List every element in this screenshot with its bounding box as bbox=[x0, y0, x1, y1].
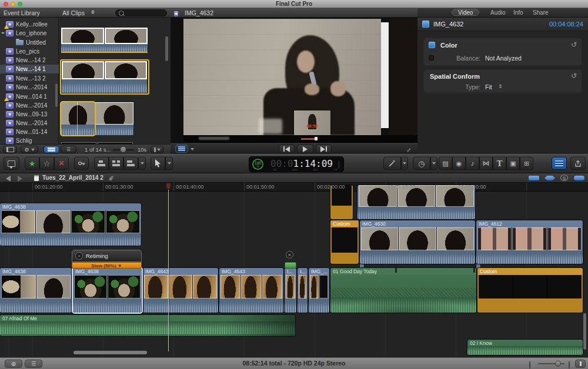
share-button[interactable] bbox=[570, 157, 586, 170]
timeline-back-icon[interactable] bbox=[6, 176, 11, 182]
insert-edit-button[interactable] bbox=[109, 157, 123, 170]
clip-thumbnail[interactable] bbox=[95, 102, 133, 125]
search-field[interactable] bbox=[115, 9, 167, 16]
clip-thumbnail[interactable] bbox=[105, 28, 148, 44]
timeline-clip-custom-b[interactable]: Custom bbox=[477, 268, 583, 313]
tab-share[interactable]: Share bbox=[533, 9, 549, 16]
zoom-slider-knob[interactable] bbox=[555, 361, 561, 367]
sidebar-item-new-2014-b[interactable]: ★New...-2014 bbox=[0, 101, 59, 110]
retime-chevron[interactable] bbox=[430, 157, 437, 170]
sidebar-item-untitled[interactable]: Untitled bbox=[0, 38, 59, 47]
action-menu-button[interactable]: ⚙ bbox=[21, 146, 38, 153]
timeline-vertical-scrollbar[interactable] bbox=[583, 313, 586, 350]
next-frame-button[interactable] bbox=[316, 145, 332, 153]
sidebar-item-new-14-1-selected[interactable]: ★New...-14 1 bbox=[0, 65, 59, 73]
timeline-clip-img4630[interactable]: IMG_4630 bbox=[360, 220, 475, 264]
type-value[interactable]: Fit bbox=[485, 83, 492, 90]
sidebar-toggle-button[interactable] bbox=[3, 146, 17, 153]
close-icon[interactable]: × bbox=[286, 251, 293, 259]
timeline-clip-good-day[interactable]: 01 Good Day Today bbox=[330, 268, 476, 313]
clip-filter-stepper-icon[interactable] bbox=[91, 10, 95, 14]
enhancements-button[interactable] bbox=[383, 157, 401, 170]
clip-filter-popup[interactable]: All Clips bbox=[62, 9, 85, 16]
chevron-down-icon[interactable] bbox=[191, 148, 194, 150]
tool-menu-chevron[interactable] bbox=[165, 157, 173, 170]
timeline-clip-img4612[interactable]: IMG_4612 bbox=[476, 220, 583, 264]
disclosure-triangle-icon[interactable] bbox=[1, 32, 5, 34]
zoom-window-button[interactable] bbox=[18, 2, 22, 6]
sidebar-scrollbar[interactable] bbox=[55, 83, 58, 107]
music-browser-button[interactable]: ♪ bbox=[466, 157, 479, 170]
timeline-clip-custom-a[interactable]: Custom bbox=[330, 220, 359, 264]
minimize-window-button[interactable] bbox=[11, 2, 15, 6]
timeline-forward-icon[interactable] bbox=[18, 176, 22, 182]
connect-edit-button[interactable] bbox=[94, 157, 109, 170]
clip-appearance-button[interactable] bbox=[575, 360, 586, 368]
sidebar-item-new-09-13[interactable]: ★New...09-13 bbox=[0, 110, 59, 119]
sidebar-item-new-014-1[interactable]: ★New...014 1 bbox=[0, 92, 59, 101]
favorite-button[interactable]: ★ bbox=[25, 157, 39, 170]
timeline-clip-primary-1-selected[interactable]: IMG_4638 bbox=[73, 268, 142, 313]
retime-button[interactable]: ◷ bbox=[413, 157, 430, 170]
generators-browser-button[interactable]: ▣ bbox=[506, 157, 520, 170]
solo-toggle-icon[interactable]: S bbox=[560, 175, 568, 181]
play-button[interactable] bbox=[297, 145, 313, 153]
fullscreen-icon[interactable]: ↔ bbox=[403, 144, 413, 155]
timeline-clip-custom-top[interactable] bbox=[330, 185, 353, 219]
timeline-clip-afraid-of-me[interactable]: 07 Afriad Of Me bbox=[0, 315, 295, 336]
project-name[interactable]: Tues_22_April_2014 2 bbox=[42, 175, 103, 181]
viewer-canvas[interactable]: 48:52 bbox=[171, 18, 417, 142]
retime-fast-bar[interactable] bbox=[285, 262, 296, 269]
titles-browser-button[interactable]: T bbox=[493, 157, 506, 170]
playhead-line[interactable] bbox=[168, 183, 169, 351]
sidebar-item-new-01-14[interactable]: ★New...01-14 bbox=[0, 128, 59, 136]
keyword-editor-button[interactable] bbox=[74, 157, 89, 170]
sidebar-item-kelly[interactable]: ★Kelly...rollee bbox=[0, 20, 59, 29]
import-media-button[interactable] bbox=[4, 157, 19, 170]
import-camera-button[interactable]: ◉ bbox=[452, 157, 466, 170]
themes-browser-button[interactable]: ⊞ bbox=[520, 157, 533, 170]
transitions-browser-button[interactable]: ⋈ bbox=[479, 157, 493, 170]
edit-options-chevron[interactable] bbox=[138, 157, 146, 170]
timeline-clip-primary-6[interactable]: IMG_... bbox=[309, 268, 329, 313]
viewer-options-button[interactable] bbox=[175, 145, 188, 153]
sidebar-item-new-2014-a[interactable]: ★New...-2014 bbox=[0, 83, 59, 92]
type-stepper-icon[interactable]: ⇕ bbox=[498, 83, 503, 89]
select-tool-button[interactable] bbox=[151, 157, 165, 170]
timeline-clip-i-know[interactable]: 02 I Know bbox=[467, 340, 583, 355]
timeline-clip-primary-0[interactable]: IMG_4638 bbox=[0, 268, 72, 313]
timeline-clip-primary-4[interactable]: I... bbox=[285, 268, 296, 313]
timeline-clip-primary-2[interactable]: IMG_4643 bbox=[143, 268, 218, 313]
snapping-toggle-icon[interactable] bbox=[574, 176, 584, 180]
close-icon[interactable]: × bbox=[75, 252, 83, 260]
reset-icon[interactable]: ↺ bbox=[571, 72, 577, 80]
balance-checkbox[interactable] bbox=[429, 55, 434, 61]
timeline-clip-video-top[interactable] bbox=[358, 185, 475, 219]
append-edit-button[interactable] bbox=[123, 157, 138, 170]
unrate-button[interactable]: ☆ bbox=[39, 157, 54, 170]
sidebar-item-leo-pics[interactable]: ★Leo_pics bbox=[0, 47, 59, 56]
previous-frame-button[interactable] bbox=[279, 145, 295, 153]
inspector-toggle-button[interactable] bbox=[552, 157, 567, 170]
list-view-button[interactable]: ☰ bbox=[61, 146, 76, 153]
tab-info[interactable]: Info bbox=[513, 9, 523, 16]
reset-icon[interactable]: ↺ bbox=[571, 41, 577, 49]
timeline-horizontal-scrollbar[interactable] bbox=[74, 351, 147, 354]
tab-audio[interactable]: Audio bbox=[490, 9, 506, 16]
clip-appearance-button[interactable] bbox=[151, 146, 163, 153]
clip-thumbnail[interactable] bbox=[61, 28, 104, 44]
audio-skimming-toggle-icon[interactable] bbox=[544, 176, 555, 180]
zoom-in-icon[interactable] bbox=[569, 361, 570, 369]
sidebar-item-new-13-2[interactable]: ★New...-13 2 bbox=[0, 74, 59, 83]
retiming-popup[interactable]: × Retiming bbox=[72, 250, 142, 262]
timeline-clip-img4638-upper[interactable]: IMG_4638 bbox=[0, 203, 141, 246]
color-enable-checkbox[interactable] bbox=[429, 42, 435, 48]
dashboard[interactable]: 100 % 00:01:14:09 HRMINSECFR bbox=[249, 156, 344, 172]
timeline-clip-primary-5[interactable]: I... bbox=[298, 268, 308, 313]
photos-browser-button[interactable]: ▨ bbox=[439, 157, 452, 170]
timeline-ruler[interactable] bbox=[0, 183, 588, 192]
tab-video[interactable]: Video bbox=[452, 9, 479, 16]
sidebar-item-new-2014-c[interactable]: ★New...-2014 bbox=[0, 119, 59, 128]
zoom-out-icon[interactable] bbox=[529, 361, 530, 369]
sidebar-item-new-14-2[interactable]: ★New...-14 2 bbox=[0, 56, 59, 65]
